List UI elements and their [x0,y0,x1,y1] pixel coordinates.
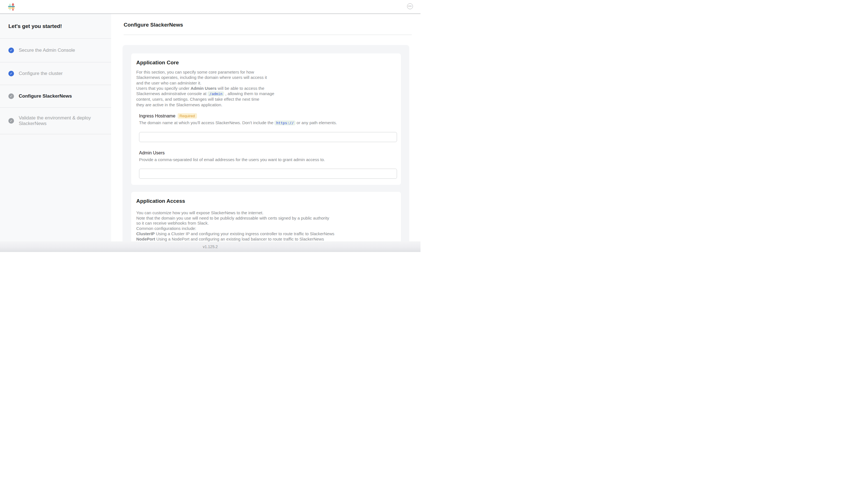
admin-users-label: Admin Users [139,150,165,156]
setup-steps-sidebar: Let's get you started! ✓ Secure the Admi… [0,14,111,241]
more-menu-button[interactable]: ••• [407,3,413,9]
ingress-hostname-input[interactable] [139,132,397,142]
admin-users-help: Provide a comma-separated list of email … [139,157,397,162]
ingress-hostname-field-group: Ingress Hostname Required The domain nam… [139,113,397,142]
admin-path-code: /admin [208,91,224,96]
step-label: Secure the Admin Console [19,48,75,53]
application-core-card: Application Core For this section, you c… [131,53,401,185]
sidebar-step-secure-admin-console[interactable]: ✓ Secure the Admin Console [0,39,111,62]
check-circle-icon: ✓ [8,118,14,124]
page-title: Configure SlackerNews [124,22,183,28]
version-footer: v1.125.2 [0,241,420,252]
application-core-title: Application Core [136,59,397,66]
sidebar-step-configure-slackernews[interactable]: ✓ Configure SlackerNews [0,85,111,108]
step-label: Validate the environment & deploy Slacke… [19,115,96,126]
https-scheme-code: https:// [274,121,296,125]
step-label: Configure SlackerNews [19,93,72,99]
check-circle-icon: ✓ [8,48,14,53]
admin-users-field-group: Admin Users Provide a comma-separated li… [139,150,397,179]
ingress-hostname-help: The domain name at which you'll access S… [139,120,397,126]
sidebar-step-validate-deploy[interactable]: ✓ Validate the environment & deploy Slac… [0,108,111,134]
ellipsis-icon: ••• [408,5,412,7]
ingress-hostname-label: Ingress Hostname [139,113,175,119]
check-circle-icon: ✓ [8,71,14,76]
application-access-description: You can customize how you will expose Sl… [136,210,397,241]
config-panel: Application Core For this section, you c… [123,45,409,241]
sidebar-heading: Let's get you started! [0,14,111,39]
required-badge: Required [178,113,197,119]
slackernews-logo-icon [8,2,15,11]
top-header: ••• [0,0,420,14]
sidebar-step-configure-cluster[interactable]: ✓ Configure the cluster [0,62,111,85]
title-divider [124,35,412,35]
app-version: v1.125.2 [203,245,218,249]
admin-users-input[interactable] [139,169,397,179]
step-label: Configure the cluster [19,71,63,76]
application-access-title: Application Access [136,198,397,204]
application-access-card: Application Access You can customize how… [131,192,401,241]
check-circle-icon: ✓ [8,93,14,99]
application-core-description: For this section, you can specify some c… [136,69,397,107]
